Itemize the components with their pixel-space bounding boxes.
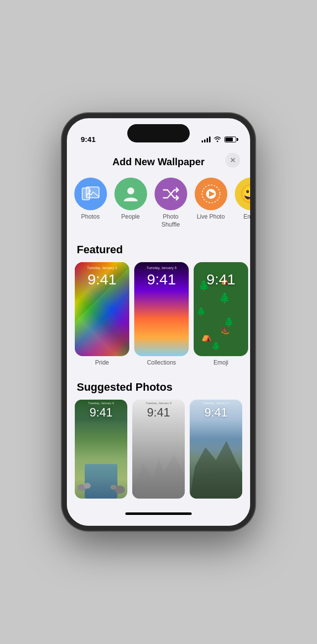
battery-icon [224,137,236,142]
featured-card-collections[interactable]: Tuesday, January 9 9:41 Collections [134,262,189,366]
mountain-green-clock: 9:41 [190,406,242,419]
stream-clock: 9:41 [75,406,127,419]
suggested-card-stream[interactable]: Tuesday, January 9 9:41 [75,400,127,499]
svg-point-3 [127,187,134,194]
photos-type-label: Photos [81,213,100,221]
mountain-grey-preview: Tuesday, January 9 9:41 [132,400,185,499]
stream-date: Tuesday, January 9 [75,402,127,405]
close-button[interactable]: ✕ [225,153,240,168]
stream-preview: Tuesday, January 9 9:41 [75,400,127,499]
mountain-grey-date: Tuesday, January 9 [132,402,185,405]
emoji-smiley-icon: 😀 [240,184,250,204]
live-icon-circle [195,178,227,210]
mountain-green-preview: Tuesday, January 9 9:41 [190,400,242,499]
wallpaper-type-photos[interactable]: Photos [72,178,109,229]
sheet-title: Add New Wallpaper [112,156,205,168]
status-time: 9:41 [81,135,96,143]
wallpaper-types-row: Photos People [67,173,250,238]
svg-point-2 [88,190,91,192]
close-icon: ✕ [230,156,236,164]
featured-section-header: Featured [67,238,250,262]
pride-preview: Tuesday, January 9 9:41 [75,262,129,356]
wifi-icon [213,136,221,143]
collections-clock: 9:41 [134,271,189,288]
phone-frame: 9:41 Add New Wallpaper [62,113,255,531]
collections-label: Collections [147,359,176,366]
shuffle-icon-circle [155,178,187,210]
dynamic-island [127,124,190,142]
pride-label: Pride [95,359,109,366]
emoji-type-label: Emoji [243,213,250,221]
pride-clock: 9:41 [75,271,129,288]
emoji-green-clock: 9:41 [194,271,248,288]
wallpaper-type-shuffle[interactable]: PhotoShuffle [152,178,189,229]
screen-content[interactable]: Add New Wallpaper ✕ Photos [67,147,250,526]
emoji-icon-circle: 😀 [235,178,251,210]
wallpaper-type-people[interactable]: People [112,178,149,229]
emoji-tree-3: 🌲 [196,307,206,316]
emoji-tree-5: 🌲 [211,341,221,351]
featured-card-emoji[interactable]: 🌲 🌲 🌲 🌲 ⛺ 🥾 🌲 ⛺ 9:41 Emoji [194,262,248,366]
home-indicator [125,512,192,515]
suggested-row: Tuesday, January 9 9:41 Tuesday, January… [67,400,250,508]
featured-card-pride[interactable]: Tuesday, January 9 9:41 Pride [75,262,129,366]
suggested-card-mountain-green[interactable]: Tuesday, January 9 9:41 [190,400,242,499]
live-type-label: Live Photo [197,213,225,221]
suggested-section-header: Suggested Photos [67,376,250,400]
emoji-green-preview: 🌲 🌲 🌲 🌲 ⛺ 🥾 🌲 ⛺ 9:41 [194,262,248,356]
mountain-green-date: Tuesday, January 9 [190,402,242,405]
wallpaper-type-live[interactable]: Live Photo [192,178,229,229]
emoji-tree-4: 🌲 [223,317,234,327]
suggested-card-mountain-grey[interactable]: Tuesday, January 9 9:41 [132,400,185,499]
signal-icon [202,137,211,142]
featured-row: Tuesday, January 9 9:41 Pride Tuesday, J… [67,262,250,376]
collections-preview: Tuesday, January 9 9:41 [134,262,189,356]
status-icons [202,136,236,143]
people-icon-circle [114,178,147,210]
wallpaper-type-emoji[interactable]: 😀 Emoji [232,178,250,229]
shuffle-type-label: PhotoShuffle [161,213,180,229]
people-type-label: People [121,213,140,221]
emoji-tree-2: 🌲 [218,292,231,304]
photos-icon-circle [74,178,107,210]
emoji-tent-1: ⛺ [201,331,212,342]
pride-date: Tuesday, January 9 [75,266,129,270]
emoji-green-label: Emoji [213,359,228,366]
collections-date: Tuesday, January 9 [134,266,189,270]
mountain-grey-clock: 9:41 [132,406,185,419]
emoji-boot-1: 🥾 [221,326,229,334]
sheet-title-row: Add New Wallpaper ✕ [67,147,250,173]
